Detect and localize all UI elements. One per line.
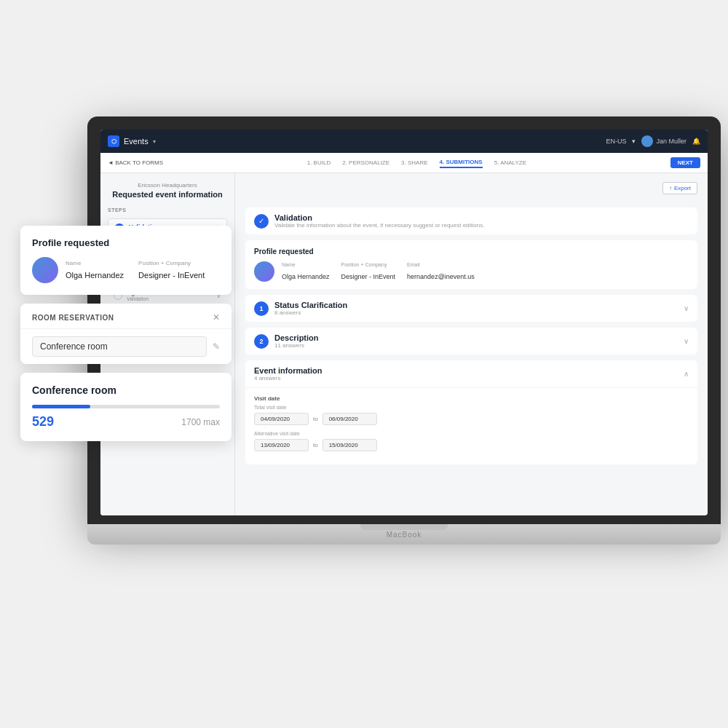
export-label: Export	[674, 185, 691, 191]
progress-bar-bg	[32, 405, 220, 408]
validation-subtitle: Validate the information about the event…	[274, 222, 484, 229]
event-info-title: Event information	[254, 366, 323, 375]
conference-room-stats-card: Conference room 529 1700 max	[20, 373, 232, 441]
description-answers: 11 answers	[274, 342, 319, 349]
name-field-label: Name	[282, 262, 330, 267]
floating-panels: Profile requested Name Olga Hernandez Po…	[20, 226, 232, 441]
profile-section: Profile requested Name Olga Hernandez	[245, 240, 697, 289]
org-name: Ericsson Headquarters	[108, 182, 227, 189]
event-info-answers: 4 answers	[254, 375, 323, 381]
event-info-section: Event information 4 answers ∧ Visit date…	[245, 360, 697, 464]
status-header[interactable]: 1 Status Clarification 8 answers ∨	[245, 295, 697, 322]
status-chevron-icon[interactable]: ∨	[684, 304, 689, 312]
room-close-icon[interactable]: ✕	[213, 312, 220, 323]
validation-check-icon: ✓	[254, 214, 269, 229]
visit-date-label: Visit date	[254, 395, 689, 402]
description-num: 2	[254, 334, 269, 349]
position-value: Designer - InEvent	[341, 273, 396, 280]
room-reservation-input[interactable]	[32, 336, 207, 357]
profile-fields: Name Olga Hernandez Position + Company D…	[282, 262, 475, 282]
event-info-header[interactable]: Event information 4 answers ∧	[245, 360, 697, 388]
email-value: hernandez@inevent.us	[407, 273, 475, 280]
to-date[interactable]: 06/09/2020	[323, 413, 377, 425]
locale: EN-US	[606, 138, 626, 145]
alt-visit-label: Alternative visit date	[254, 431, 689, 436]
profile-requested-card: Profile requested Name Olga Hernandez Po…	[20, 226, 232, 295]
tab-submitions[interactable]: 4. SUBMITIONS	[440, 157, 483, 168]
room-reservation-card: ROOM RESERVATION ✕ ✎	[20, 304, 232, 364]
edit-icon[interactable]: ✎	[213, 341, 220, 352]
app-title: Events	[124, 137, 149, 146]
profile-row: Name Olga Hernandez Position + Company D…	[254, 261, 689, 282]
name-label: Name	[66, 260, 124, 266]
right-panel: ↑ Export ✓ Validation Validate the infor…	[235, 173, 708, 515]
tab-analyze[interactable]: 5. ANALYZE	[494, 158, 526, 167]
profile-card-title: Profile requested	[32, 237, 220, 248]
panel-title: Requested event information	[108, 190, 227, 199]
total-visit-label: Total visit date	[254, 405, 689, 410]
status-answers: 8 answers	[274, 309, 347, 316]
description-title: Description	[274, 333, 319, 342]
notification-icon[interactable]: 🔔	[692, 138, 700, 145]
nav-user: Jan Muller	[641, 135, 687, 147]
event-info-content: Visit date Total visit date 04/09/2020 t…	[245, 388, 697, 464]
dropdown-icon: ▾	[632, 138, 636, 145]
nav-left: ⬡ Events ▾	[108, 135, 156, 147]
back-label: ◄ BACK TO FORMS	[108, 159, 163, 166]
profile-name: Olga Hernandez	[66, 271, 124, 280]
alt-to-date[interactable]: 15/09/2020	[323, 439, 377, 451]
date-row: 04/09/2020 to 06/09/2020	[254, 413, 689, 425]
top-nav: ⬡ Events ▾ EN-US ▾ Jan Muller 🔔	[100, 130, 708, 153]
validation-section: ✓ Validation Validate the information ab…	[245, 207, 697, 234]
position-field: Position + Company Designer - InEvent	[341, 262, 396, 282]
stats-current: 529	[32, 414, 54, 430]
name-field: Name Olga Hernandez	[282, 262, 330, 282]
nav-right: EN-US ▾ Jan Muller 🔔	[606, 135, 700, 147]
description-header[interactable]: 2 Description 11 answers ∨	[245, 328, 697, 355]
room-reservation-title: ROOM RESERVATION	[32, 314, 114, 322]
date-to-label: to	[313, 416, 318, 422]
validation-title: Validation	[274, 213, 484, 222]
description-chevron-icon[interactable]: ∨	[684, 337, 689, 345]
export-button[interactable]: ↑ Export	[662, 182, 697, 194]
stats-max: 1700 max	[181, 417, 220, 427]
event-info-chevron-icon[interactable]: ∧	[684, 370, 689, 378]
nav-dropdown-icon[interactable]: ▾	[153, 138, 156, 145]
tab-share[interactable]: 3. SHARE	[401, 158, 427, 167]
steps-tabs: 1. BUILD 2. PERSONALIZE 3. SHARE 4. SUBM…	[307, 157, 526, 168]
user-name: Jan Muller	[656, 138, 687, 145]
stats-title: Conference room	[32, 384, 220, 396]
next-button[interactable]: NEXT	[670, 157, 700, 168]
profile-section-label: Profile requested	[254, 248, 689, 256]
alt-from-date[interactable]: 13/09/2020	[254, 439, 309, 451]
progress-bar-fill	[32, 405, 90, 408]
app-logo: ⬡	[108, 135, 119, 147]
profile-position: Designer - InEvent	[138, 271, 205, 280]
status-title: Status Clarification	[274, 301, 347, 309]
steps-label: STEPS	[108, 207, 227, 213]
email-field: Email hernandez@inevent.us	[407, 262, 475, 282]
tab-build[interactable]: 1. BUILD	[307, 158, 331, 167]
steps-bar: ◄ BACK TO FORMS 1. BUILD 2. PERSONALIZE …	[100, 153, 708, 173]
description-section: 2 Description 11 answers ∨	[245, 328, 697, 355]
from-date[interactable]: 04/09/2020	[254, 413, 309, 425]
alt-date-row: 13/09/2020 to 15/09/2020	[254, 439, 689, 451]
laptop-notch	[360, 524, 448, 530]
alt-date-to-label: to	[313, 442, 318, 448]
position-field-label: Position + Company	[341, 262, 396, 267]
profile-avatar	[32, 257, 58, 283]
status-section: 1 Status Clarification 8 answers ∨	[245, 295, 697, 322]
laptop-base	[87, 524, 721, 545]
pos-label: Position + Company	[138, 260, 205, 266]
validation-header: ✓ Validation Validate the information ab…	[245, 207, 697, 234]
email-field-label: Email	[407, 262, 475, 267]
user-avatar	[641, 135, 653, 147]
tab-personalize[interactable]: 2. PERSONALIZE	[342, 158, 389, 167]
export-icon: ↑	[669, 185, 672, 191]
profile-avatar-small	[254, 261, 274, 282]
status-num: 1	[254, 301, 269, 316]
back-to-forms[interactable]: ◄ BACK TO FORMS	[108, 159, 163, 166]
profile-name-value: Olga Hernandez	[282, 273, 330, 280]
